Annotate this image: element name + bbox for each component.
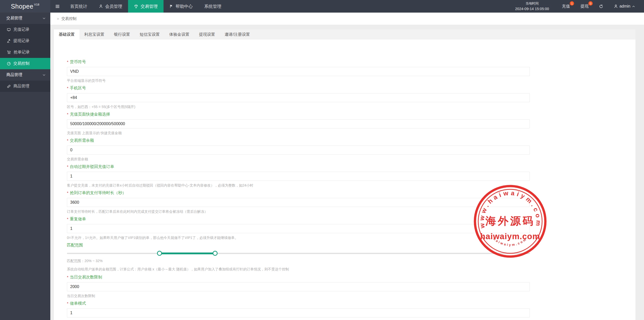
breadcrumb-current: 交易控制 [61,16,76,21]
settings-form: *货币符号平台前端显示的货币符号*手机区号区号，如巴西：+55 = 55(多个区… [54,40,530,320]
nav-item-home-stats[interactable]: 首页统计 [64,0,93,13]
breadcrumb-symbol: » [57,16,59,21]
input-phone-area-code[interactable] [67,93,530,102]
top-header: ShopeeV18 首页统计会员管理交易管理帮助中心系统管理 当地时间 2024… [0,0,644,13]
field-hint: 区号，如巴西：+55 = 55(多个区号用|5隔开) [67,104,530,109]
sidebar-item-label: 商品管理 [13,84,29,89]
sidebar-item-label: 交易控制 [13,61,29,66]
main-content: 基础设置利息宝设置银行设置短信宝设置体验金设置提现设置邀请/注册设置 *货币符号… [50,25,644,320]
user-menu[interactable]: admin [609,0,640,13]
sidebar: 交易管理充值记录提现记录抢单记录交易控制商品管理商品管理 [0,13,50,320]
input-recharge-quick-amounts[interactable] [67,119,530,128]
withdraw-notice-label: 提现 [580,4,588,9]
field-label: 重复做单 [70,217,86,221]
nav-item-help-center[interactable]: 帮助中心 [164,0,198,13]
sidebar-item-recharge-records[interactable]: 充值记录 [0,24,50,35]
field-label: 手机区号 [70,86,86,90]
field-label-row: *抢到订单的支付等待时长（秒） [67,191,530,195]
input-required-balance[interactable] [67,146,530,155]
sidebar-item-trade-control[interactable]: 交易控制 [0,58,50,69]
field-label-row: *货币符号 [67,60,530,64]
required-asterisk: * [67,60,68,64]
field-label-row: *重复做单 [67,217,530,221]
form-field-order-mode: *做单模式1 叠加模式（做完当前等级单数，升级后可再做新等级的单数），2固定模式… [67,301,530,320]
link-icon [7,84,11,88]
field-label-row: *自动过期并驳回充值订单 [67,164,530,169]
field-label: 自动过期并驳回充值订单 [70,164,114,169]
sidebar-item-product-management[interactable]: 商品管理 [0,81,50,92]
brand-logo: ShopeeV18 [0,0,50,13]
gauge-icon [7,62,11,66]
cart-icon [7,50,11,54]
scales-icon [134,4,138,9]
form-field-repeat-order: *重复做单0=不允许，1=允许。如果昨天用户做了VIP1级别的单，那么他今天就做… [67,217,530,240]
slider-track [67,253,530,254]
required-asterisk: * [67,301,68,305]
field-label-row: *做单模式 [67,301,530,306]
slider-handle-max[interactable] [213,251,218,256]
slider-handle-min[interactable] [157,251,162,256]
nav-item-trade-management[interactable]: 交易管理 [128,0,164,13]
recharge-notice-label: 充值 [562,4,570,9]
brand-version: V18 [34,3,39,6]
form-field-phone-area-code: *手机区号区号，如巴西：+55 = 55(多个区号用|5隔开) [67,86,530,109]
sidebar-item-withdraw-records[interactable]: 提现记录 [0,35,50,47]
nav-item-label: 系统管理 [204,4,221,9]
refresh-button[interactable] [594,0,609,13]
sidebar-toggle-button[interactable] [50,0,64,13]
field-hint: 交易所需余额 [67,157,530,161]
tab-interest-settings[interactable]: 利息宝设置 [79,29,109,40]
field-label-row: *交易所需余额 [67,138,530,143]
field-label: 充值页面快捷金额选择 [70,112,110,116]
nav-item-system-management[interactable]: 系统管理 [198,0,227,13]
sidebar-group-product-management-group[interactable]: 商品管理 [0,69,50,81]
form-field-recharge-quick-amounts: *充值页面快捷金额选择充值页面 上面显示的 快捷充值金额 [67,112,530,135]
field-label: 当日交易次数限制 [70,275,102,279]
match-range-slider[interactable] [67,250,530,256]
tab-invite-register-settings[interactable]: 邀请/注册设置 [220,29,255,40]
field-label: 交易所需余额 [70,138,94,143]
field-label-row: *充值页面快捷金额选择 [67,112,530,117]
required-asterisk: * [67,275,68,279]
tab-sms-settings[interactable]: 短信宝设置 [135,29,165,40]
input-auto-expire-recharge-order[interactable] [67,172,530,181]
required-asterisk: * [67,217,68,221]
field-label: 匹配范围 [67,243,83,247]
field-hint: 充值页面 上面显示的 快捷充值金额 [67,131,530,135]
required-asterisk: * [67,86,68,90]
withdraw-notice-button[interactable]: 提现 0 [575,0,594,13]
chevron-up-icon [632,5,635,8]
tab-basic-settings[interactable]: 基础设置 [54,29,79,40]
field-label: 抢到订单的支付等待时长（秒） [70,191,126,195]
sidebar-item-label: 充值记录 [13,27,29,32]
sidebar-group-trade-management-group[interactable]: 交易管理 [0,13,50,24]
input-order-payment-wait-seconds[interactable] [67,198,530,207]
settings-card: 基础设置利息宝设置银行设置短信宝设置体验金设置提现设置邀请/注册设置 *货币符号… [54,29,635,320]
field-label: 做单模式 [70,301,86,305]
input-repeat-order[interactable] [67,224,530,233]
field-hint: 0=不允许，1=允许。如果昨天用户做了VIP1级别的单，那么他今天就做不了VIP… [67,235,530,240]
local-time: 当地时间 2024-09-14 15:05:00 [515,1,549,12]
field-hint: 客户提交充值，未支付的充值订单x小时后自动过期驳回（驳回内容在帮助中心-文本内容… [67,183,530,188]
refresh-icon [599,4,603,9]
required-asterisk: * [67,138,68,143]
menu-icon [55,4,60,9]
person-icon [99,4,103,8]
input-daily-trade-limit[interactable] [67,282,530,291]
sidebar-item-order-grab-records[interactable]: 抢单记录 [0,47,50,58]
nav-item-member-management[interactable]: 会员管理 [93,0,128,13]
sidebar-item-label: 提现记录 [13,38,29,44]
tab-withdraw-settings[interactable]: 提现设置 [194,29,220,40]
tab-bank-settings[interactable]: 银行设置 [109,29,135,40]
form-field-daily-trade-limit: *当日交易次数限制当日交易次数限制 [67,275,530,298]
local-time-label: 当地时间 [515,1,549,6]
sidebar-item-label: 抢单记录 [14,50,30,55]
withdraw-badge: 0 [588,1,593,6]
recharge-notice-button[interactable]: 充值 1 [556,0,575,13]
tab-trial-fund-settings[interactable]: 体验金设置 [165,29,194,40]
field-label-row: *当日交易次数限制 [67,275,530,279]
field-label: 货币符号 [70,60,86,64]
input-currency-symbol[interactable] [67,67,530,76]
breadcrumb: » 交易控制 [50,13,644,25]
input-order-mode[interactable] [67,308,530,317]
